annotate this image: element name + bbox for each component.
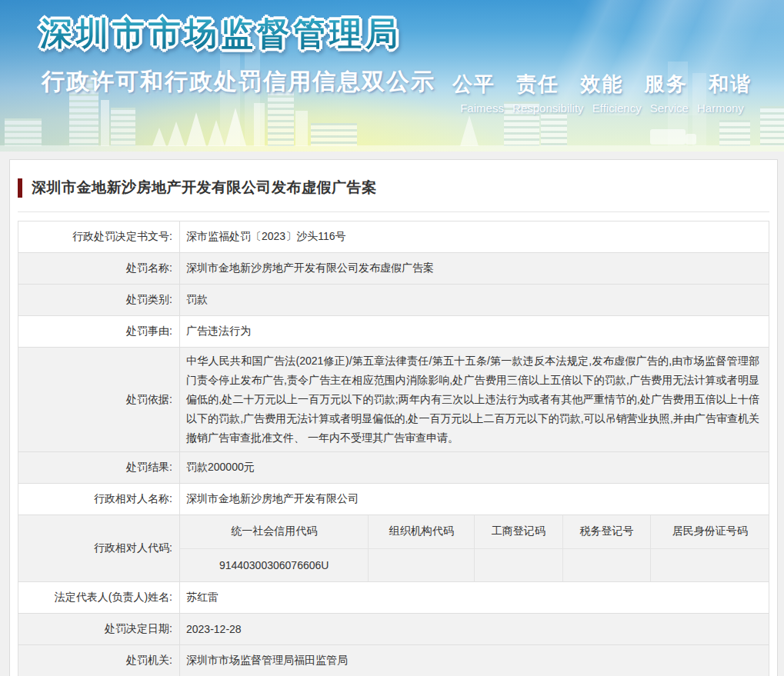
skyline-building-icon (254, 103, 265, 146)
skyline-building-icon (5, 118, 42, 146)
slogan-chinese: 公平 责任 效能 服务 和谐 (452, 71, 752, 98)
tree-icon (186, 112, 206, 146)
field-value: 广告违法行为 (180, 316, 769, 348)
unified-social-credit-code: 91440300306076606U (180, 548, 369, 581)
skyline-building-icon (295, 111, 308, 146)
field-value: 深市监福处罚〔2023〕沙头116号 (180, 221, 769, 253)
row-decision-date: 处罚决定日期: 2023-12-28 (18, 614, 769, 645)
row-counterpart-name: 行政相对人名称: 深圳市金地新沙房地产开发有限公司 (18, 484, 769, 515)
row-penalty-reason: 处罚事由: 广告违法行为 (18, 316, 769, 348)
row-penalty-basis: 处罚依据: 中华人民共和国广告法(2021修正)/第五章法律责任/第五十五条/第… (18, 348, 769, 452)
penalty-info-table: 行政处罚决定书文号: 深市监福处罚〔2023〕沙头116号 处罚名称: 深圳市金… (18, 221, 769, 676)
content-area: 深圳市金地新沙房地产开发有限公司发布虚假广告案 行政处罚决定书文号: 深市监福处… (0, 152, 784, 676)
field-label: 处罚类别: (18, 285, 180, 316)
id-card-number (651, 548, 769, 581)
skyline-ground (0, 145, 784, 152)
field-value: 罚款200000元 (180, 452, 769, 484)
code-column-header: 统一社会信用代码 (180, 515, 369, 548)
row-legal-representative: 法定代表人(负责人)姓名: 苏红雷 (18, 582, 769, 614)
skyline-building-icon (311, 123, 357, 146)
title-accent-bar (18, 178, 22, 198)
field-value: 罚款 (180, 285, 769, 316)
field-label: 行政相对人代码: (18, 515, 180, 582)
truck-icon (650, 129, 686, 145)
tree-icon (168, 122, 185, 146)
code-table-header-row: 统一社会信用代码 组织机构代码 工商登记码 税务登记号 居民身份证号码 (180, 515, 769, 548)
code-column-header: 税务登记号 (562, 515, 651, 548)
case-title-block: 深圳市金地新沙房地产开发有限公司发布虚假广告案 (18, 160, 769, 198)
row-counterpart-code: 行政相对人代码: 统一社会信用代码 组织机构代码 工商登记码 税务登记号 居民身… (18, 515, 769, 582)
site-banner: 深圳市市场监督管理局 行政许可和行政处罚信用信息双公示 公平 责任 效能 服务 … (0, 0, 784, 152)
site-title: 深圳市市场监督管理局 (40, 12, 402, 55)
field-label: 法定代表人(负责人)姓名: (18, 582, 180, 614)
code-column-header: 组织机构代码 (369, 515, 475, 548)
banner-slogan: 公平 责任 效能 服务 和谐 Faimess Responsibility Ef… (452, 71, 752, 115)
skyline-building-icon (541, 112, 567, 146)
row-penalty-type: 处罚类别: 罚款 (18, 285, 769, 316)
field-label: 处罚决定日期: (18, 614, 180, 645)
field-label: 处罚结果: (18, 452, 180, 484)
row-penalty-doc-number: 行政处罚决定书文号: 深市监福处罚〔2023〕沙头116号 (18, 221, 769, 253)
skyline-building-icon (719, 120, 750, 146)
skyline-building-icon (760, 106, 784, 146)
skyline-building-icon (101, 100, 109, 146)
row-penalty-name: 处罚名称: 深圳市金地新沙房地产开发有限公司发布虚假广告案 (18, 253, 769, 285)
field-label: 行政相对人名称: (18, 484, 180, 515)
tree-icon (152, 128, 166, 146)
code-table-value-row: 91440300306076606U (180, 548, 769, 581)
site-subtitle: 行政许可和行政处罚信用信息双公示 (42, 66, 435, 98)
field-label: 处罚事由: (18, 316, 180, 348)
field-label: 处罚依据: (18, 348, 180, 452)
penalty-publicity-page: { "banner": { "org_name": "深圳市市场监督管理局", … (0, 0, 784, 676)
field-value: 深圳市金地新沙房地产开发有限公司 (180, 484, 769, 515)
field-value: 中华人民共和国广告法(2021修正)/第五章法律责任/第五十五条/第一款违反本法… (180, 348, 769, 452)
business-registration-code (474, 548, 562, 581)
slogan-english: Faimess Responsibility Efficiency Servic… (452, 102, 752, 115)
field-value: 深圳市金地新沙房地产开发有限公司发布虚假广告案 (180, 253, 769, 285)
row-penalty-result: 处罚结果: 罚款200000元 (18, 452, 769, 484)
field-label: 行政处罚决定书文号: (18, 221, 180, 253)
field-label: 处罚名称: (18, 253, 180, 285)
content-panel: 深圳市金地新沙房地产开发有限公司发布虚假广告案 行政处罚决定书文号: 深市监福处… (9, 159, 778, 676)
tax-registration-code (562, 548, 651, 581)
tree-icon (208, 120, 225, 146)
field-value: 2023-12-28 (180, 614, 769, 645)
field-value: 苏红雷 (180, 582, 769, 614)
code-column-header: 居民身份证号码 (651, 515, 769, 548)
counterpart-code-cell: 统一社会信用代码 组织机构代码 工商登记码 税务登记号 居民身份证号码 9144… (180, 515, 769, 582)
skyline-building-icon (111, 108, 135, 146)
title-divider (18, 211, 769, 212)
truck-icon (686, 134, 696, 145)
case-title: 深圳市金地新沙房地产开发有限公司发布虚假广告案 (32, 178, 377, 198)
tree-icon (460, 115, 479, 146)
field-value: 深圳市市场监督管理局福田监管局 (180, 645, 769, 676)
field-label: 处罚机关: (18, 645, 180, 676)
skyline-building-icon (268, 89, 294, 146)
counterpart-code-table: 统一社会信用代码 组织机构代码 工商登记码 税务登记号 居民身份证号码 9144… (180, 515, 769, 581)
tree-icon (225, 108, 246, 146)
row-penalty-authority: 处罚机关: 深圳市市场监督管理局福田监管局 (18, 645, 769, 676)
organization-code (369, 548, 475, 581)
code-column-header: 工商登记码 (474, 515, 562, 548)
